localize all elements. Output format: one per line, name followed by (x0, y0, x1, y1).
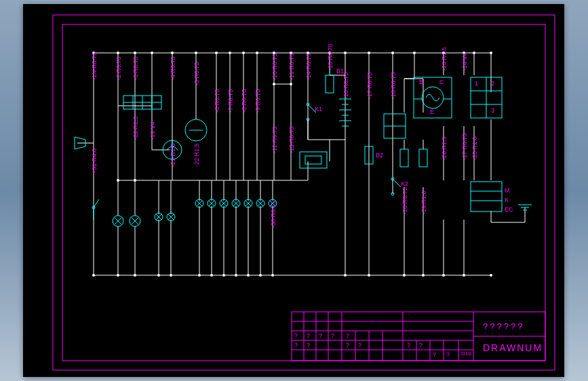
svg-point-88 (229, 52, 231, 54)
drawnum-label: DRAWNUM (483, 342, 543, 353)
svg-text:-27 R0.75: -27 R0.75 (461, 133, 468, 160)
svg-point-123 (134, 179, 136, 182)
svg-text:-3 R0.75: -3 R0.75 (132, 56, 139, 80)
schematic-svg: -1N R0.75 -2 R0.75 -3 R0.75 -4 R0.75 -5 … (23, 4, 564, 377)
svg-text:E: E (430, 108, 434, 115)
svg-point-87 (215, 52, 218, 54)
svg-point-89 (242, 52, 245, 54)
svg-text:-14 R0.75: -14 R0.75 (305, 53, 312, 80)
svg-point-121 (490, 274, 492, 277)
svg-point-125 (290, 83, 292, 85)
svg-text:-24 V4: -24 V4 (461, 52, 468, 71)
svg-point-113 (259, 274, 262, 277)
svg-text:B2: B2 (376, 152, 383, 159)
svg-point-104 (117, 274, 119, 277)
svg-point-115 (344, 274, 347, 277)
svg-text:-29 R1.0: -29 R1.0 (420, 190, 427, 214)
starter-connector (471, 182, 502, 212)
svg-text:EC: EC (505, 206, 513, 213)
svg-text:?: ? (446, 351, 450, 358)
svg-text:C: C (439, 79, 444, 85)
svg-text:-20 R1.5: -20 R1.5 (132, 116, 139, 140)
svg-text:?: ? (319, 332, 322, 339)
svg-text:-11 R0.75: -11 R0.75 (288, 53, 295, 80)
svg-text:3: 3 (491, 107, 494, 114)
svg-text:-18 R0.75: -18 R0.75 (390, 72, 397, 99)
svg-line-132 (94, 199, 99, 207)
svg-text:-12 R0.75: -12 R0.75 (271, 126, 278, 153)
svg-text:-17 R0.75: -17 R0.75 (366, 72, 373, 99)
svg-point-103 (92, 274, 95, 277)
svg-text:+31 R4.0: +31 R4.0 (91, 148, 98, 174)
svg-text:-7 R0.75: -7 R0.75 (227, 89, 234, 113)
svg-text:-2 R0.75: -2 R0.75 (115, 56, 122, 80)
svg-text:-9 R0.75: -9 R0.75 (254, 89, 261, 113)
svg-point-82 (117, 52, 119, 54)
svg-text:-21 R1.0: -21 R1.0 (170, 143, 176, 167)
svg-point-108 (198, 274, 201, 277)
svg-point-97 (391, 52, 394, 54)
svg-text:K2: K2 (401, 180, 408, 187)
svg-point-117 (403, 274, 406, 277)
svg-text:B: B (419, 79, 423, 85)
svg-point-124 (273, 83, 275, 85)
svg-text:D10: D10 (461, 350, 471, 357)
svg-text:-26 R1.5: -26 R1.5 (441, 136, 448, 160)
svg-text:-8 R0.75: -8 R0.75 (241, 89, 248, 113)
svg-text:-22 R1.5: -22 R1.5 (193, 143, 200, 167)
svg-text:?: ? (294, 332, 298, 339)
svg-text:-25 R1.0: -25 R1.0 (471, 136, 478, 160)
svg-point-118 (422, 274, 425, 277)
svg-point-83 (134, 52, 136, 54)
svg-text:-5 R0.75: -5 R0.75 (193, 62, 200, 85)
relay-block (300, 152, 327, 168)
svg-point-119 (442, 274, 445, 277)
svg-text:-13 R0.75: -13 R0.75 (288, 126, 295, 153)
svg-point-85 (171, 52, 174, 54)
svg-point-96 (368, 52, 370, 54)
cad-canvas[interactable]: -1N R0.75 -2 R0.75 -3 R0.75 -4 R0.75 -5 … (23, 4, 564, 377)
svg-point-112 (247, 274, 250, 277)
svg-text:?: ? (419, 342, 423, 348)
svg-text:?: ? (346, 332, 349, 339)
svg-text:?: ? (294, 342, 298, 348)
svg-text:?: ? (433, 351, 436, 358)
svg-text:?: ? (358, 342, 361, 348)
svg-point-116 (368, 274, 370, 277)
svg-text:-28 R0.75: -28 R0.75 (401, 187, 408, 214)
svg-text:K: K (505, 197, 509, 203)
schematic-wiring (77, 52, 525, 277)
svg-text:?: ? (307, 342, 310, 348)
svg-text:-10 R0.75: -10 R0.75 (271, 53, 278, 80)
lamp-bank (113, 199, 277, 226)
svg-point-90 (256, 52, 258, 54)
svg-text:-30 R0.75: -30 R0.75 (270, 201, 277, 228)
svg-text:1: 1 (475, 80, 478, 87)
svg-point-111 (235, 274, 237, 277)
svg-line-178 (393, 179, 401, 187)
svg-point-102 (490, 52, 492, 54)
svg-point-110 (222, 274, 225, 277)
svg-text:-6 R0.75: -6 R0.75 (214, 89, 220, 113)
svg-point-95 (344, 52, 347, 54)
fuse-b1 (326, 75, 334, 93)
svg-text:B1: B1 (336, 68, 344, 75)
wire-labels: -1N R0.75 -2 R0.75 -3 R0.75 -4 R0.75 -5 … (91, 43, 478, 228)
svg-point-107 (170, 274, 172, 277)
svg-rect-193 (419, 149, 427, 167)
svg-point-122 (117, 179, 119, 182)
svg-text:2: 2 (491, 80, 494, 87)
svg-text:?: ? (407, 342, 410, 348)
svg-point-109 (210, 274, 213, 277)
title-block: ? ? ? ? ? ? ? ? ? ? ? ? ? D10 ?????? DRA… (292, 312, 545, 361)
svg-text:-16 R0.75: -16 R0.75 (342, 72, 349, 99)
svg-point-114 (271, 274, 274, 277)
svg-text:-15 R0.75: -15 R0.75 (327, 43, 334, 71)
svg-text:M: M (505, 187, 510, 194)
svg-text:?: ? (307, 332, 310, 339)
title-placeholder: ?????? (483, 321, 524, 332)
svg-point-86 (195, 52, 197, 54)
svg-text:?: ? (346, 342, 349, 348)
svg-point-106 (157, 274, 160, 277)
svg-text:?: ? (331, 332, 334, 339)
